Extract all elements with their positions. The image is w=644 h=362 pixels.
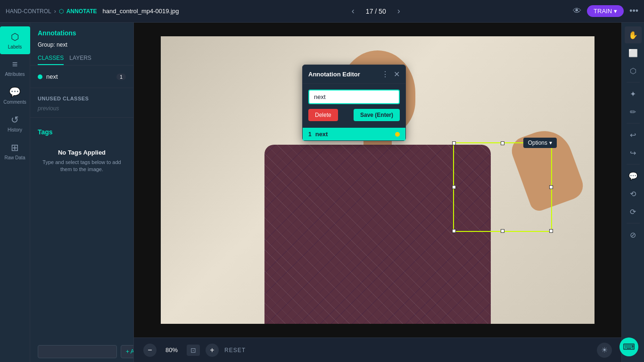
more-options-button[interactable]: •••: [629, 6, 638, 16]
zoom-level: 80%: [162, 346, 181, 354]
breadcrumb-parent[interactable]: HAND-CONTROL: [6, 8, 51, 15]
reset-button[interactable]: RESET: [224, 347, 246, 354]
keyboard-shortcuts-button[interactable]: ⌨: [619, 337, 638, 356]
ae-input[interactable]: [308, 90, 400, 104]
comments-icon: 💬: [9, 86, 21, 98]
canvas-area: Options ▾ Annotation Editor ⋮ ✕: [134, 23, 621, 362]
toolbar-divider-3: [627, 164, 640, 165]
tab-classes[interactable]: CLASSES: [38, 52, 64, 65]
breadcrumb-icon: ⬡: [59, 8, 64, 15]
ae-delete-button[interactable]: Delete: [308, 109, 338, 121]
toolbar-divider-1: [627, 82, 640, 82]
canvas-main[interactable]: Options ▾ Annotation Editor ⋮ ✕: [134, 23, 621, 337]
breadcrumb: HAND-CONTROL › ⬡ ANNOTATE: [6, 8, 97, 15]
chevron-down-icon: ▾: [614, 8, 617, 15]
topbar-right: 👁 TRAIN ▾ •••: [573, 5, 638, 17]
tool-polygon-button[interactable]: ⬡: [625, 62, 642, 79]
page-indicator: 17 / 50: [366, 8, 386, 15]
tags-header: Tags: [38, 128, 126, 136]
tool-hand-button[interactable]: ✋: [625, 26, 642, 43]
tool-redo2-button[interactable]: ⟳: [625, 203, 642, 220]
topbar-filename: hand_control_mp4-0019.jpg: [103, 8, 179, 15]
breadcrumb-separator: ›: [54, 8, 56, 15]
bbox-corner-mr[interactable]: [549, 185, 553, 189]
sidebar-item-raw-data[interactable]: ⊞ Raw Data: [0, 137, 30, 165]
topbar-center: ‹ 17 / 50 ›: [182, 4, 569, 18]
tool-rect-button[interactable]: ⬜: [625, 44, 642, 61]
class-count: 1: [116, 74, 126, 80]
options-button[interactable]: Options ▾: [523, 138, 557, 148]
unused-item-previous: previous: [30, 103, 133, 114]
ae-list-num: 1: [308, 131, 312, 138]
ae-body: Delete Save (Enter): [303, 84, 405, 127]
group-name: next: [57, 41, 67, 48]
topbar: HAND-CONTROL › ⬡ ANNOTATE hand_control_m…: [0, 0, 644, 23]
class-item-next[interactable]: next 1: [30, 69, 133, 84]
train-button[interactable]: TRAIN ▾: [587, 5, 624, 17]
zoom-minus-button[interactable]: −: [143, 344, 157, 357]
tool-magic-button[interactable]: ✦: [625, 85, 642, 102]
tabs: CLASSES LAYERS: [30, 52, 133, 66]
ae-list-item[interactable]: 1 next: [303, 128, 405, 140]
icon-sidebar: ⬡ Labels ≡ Attributes 💬 Comments ↺ Histo…: [0, 23, 30, 362]
tool-undo2-button[interactable]: ⟲: [625, 185, 642, 202]
left-panel: Annotations Group: next CLASSES LAYERS n…: [30, 23, 134, 362]
ae-save-button[interactable]: Save (Enter): [354, 109, 400, 121]
bbox-corner-bl[interactable]: [452, 229, 456, 233]
tool-erase-button[interactable]: ⊘: [625, 226, 642, 243]
annotations-header: Annotations: [30, 23, 133, 41]
divider2: [30, 117, 133, 118]
ae-list-label: next: [315, 131, 391, 138]
annotation-editor: Annotation Editor ⋮ ✕ Delete Save (Enter…: [302, 65, 406, 141]
class-name: next: [46, 73, 113, 80]
toolbar-divider-2: [627, 123, 640, 123]
bbox-corner-br[interactable]: [549, 229, 553, 233]
zoom-fit-button[interactable]: ⊡: [187, 345, 200, 356]
image-container: Options ▾ Annotation Editor ⋮ ✕: [161, 36, 594, 324]
tags-section: Tags No Tags Applied Type and select tag…: [30, 122, 133, 185]
bbox-corner-mt[interactable]: [501, 141, 504, 145]
ae-list-dot: [395, 132, 400, 137]
sidebar-item-attributes[interactable]: ≡ Attributes: [0, 54, 30, 82]
no-tags-message: No Tags Applied Type and select tags bel…: [38, 141, 126, 181]
tool-brush-button[interactable]: ✏: [625, 103, 642, 120]
zoom-plus-button[interactable]: +: [206, 344, 219, 357]
ae-header: Annotation Editor ⋮ ✕: [303, 65, 405, 84]
ae-title: Annotation Editor: [308, 71, 360, 78]
ae-buttons: Delete Save (Enter): [308, 109, 400, 121]
class-dot: [38, 74, 42, 79]
tag-input[interactable]: [38, 345, 117, 358]
no-tags-desc: Type and select tags below to add them t…: [41, 159, 122, 173]
raw-data-icon: ⊞: [11, 142, 19, 153]
sun-button[interactable]: ☀: [597, 343, 612, 358]
add-tag-row: + Add Tag: [30, 341, 133, 362]
no-tags-title: No Tags Applied: [41, 149, 122, 156]
sidebar-item-comments[interactable]: 💬 Comments: [0, 82, 30, 109]
attributes-icon: ≡: [12, 59, 18, 70]
group-label: Group: next: [30, 41, 133, 52]
ae-header-icons: ⋮ ✕: [381, 70, 400, 79]
bounding-box[interactable]: [453, 142, 552, 232]
tool-undo-button[interactable]: ↩: [625, 126, 642, 143]
next-image-button[interactable]: ›: [394, 4, 404, 18]
sidebar-item-labels[interactable]: ⬡ Labels: [0, 26, 30, 54]
main-layout: ⬡ Labels ≡ Attributes 💬 Comments ↺ Histo…: [0, 23, 644, 362]
breadcrumb-current[interactable]: ANNOTATE: [66, 8, 97, 15]
options-chevron-icon: ▾: [549, 140, 552, 146]
ae-more-icon[interactable]: ⋮: [381, 70, 389, 79]
ae-close-icon[interactable]: ✕: [394, 70, 400, 79]
tool-redo-button[interactable]: ↪: [625, 144, 642, 161]
sidebar-item-history[interactable]: ↺ History: [0, 109, 30, 137]
bbox-corner-tl[interactable]: [452, 141, 456, 145]
unused-classes-header: UNUSED CLASSES: [30, 92, 133, 103]
eye-icon[interactable]: 👁: [573, 6, 581, 16]
tool-comment-button[interactable]: 💬: [625, 167, 642, 184]
tab-layers[interactable]: LAYERS: [69, 52, 91, 65]
bbox-corner-ml[interactable]: [452, 185, 456, 189]
prev-image-button[interactable]: ‹: [348, 4, 358, 18]
add-tag-button[interactable]: + Add Tag: [121, 345, 134, 358]
toolbar-divider-4: [627, 223, 640, 223]
labels-icon: ⬡: [11, 31, 19, 42]
bbox-corner-mb[interactable]: [501, 229, 504, 233]
divider: [30, 88, 133, 88]
